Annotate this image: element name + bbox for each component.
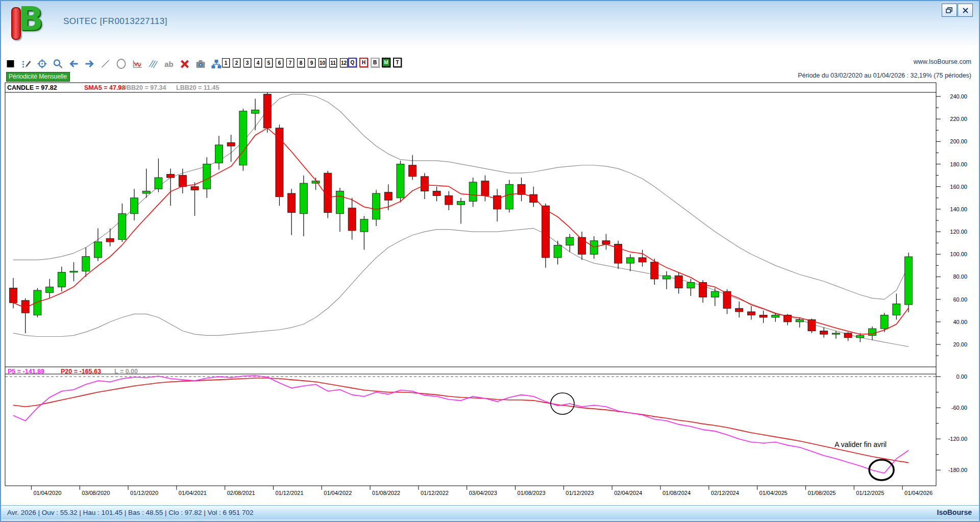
candle-body bbox=[336, 191, 344, 214]
legend-lbb20: LBB20 = 11.45 bbox=[176, 84, 219, 91]
candle-body bbox=[227, 143, 235, 146]
legend-sma5: SMA5 = 47.98 bbox=[84, 84, 125, 91]
candle-body bbox=[94, 242, 102, 258]
candle-body bbox=[578, 237, 586, 254]
candle-body bbox=[106, 238, 114, 242]
legend-ubb20: UBB20 = 97.34 bbox=[122, 84, 166, 91]
x-axis-label: 01/04/2025 bbox=[760, 490, 788, 496]
candle-body bbox=[288, 193, 296, 213]
p20-line bbox=[13, 378, 909, 463]
candle-body bbox=[844, 333, 852, 338]
candle-body bbox=[880, 315, 888, 329]
y-axis-label: 220.00 bbox=[950, 116, 967, 122]
candle-body bbox=[481, 181, 489, 196]
x-axis-label: 02/12/2024 bbox=[711, 490, 739, 496]
y-axis-label: 100.00 bbox=[950, 251, 967, 257]
candle-body bbox=[409, 165, 416, 177]
candle-body bbox=[905, 257, 913, 305]
candle-body bbox=[893, 304, 900, 315]
p5-line bbox=[13, 376, 909, 473]
candle-body bbox=[542, 206, 549, 258]
x-axis-label: 01/04/2021 bbox=[179, 490, 207, 496]
candle-body bbox=[736, 308, 743, 312]
x-axis-label: 01/08/2023 bbox=[518, 490, 546, 496]
candle-body bbox=[215, 145, 223, 163]
legend-candle: CANDLE = 97.82 bbox=[7, 84, 57, 91]
x-axis-label: 01/04/2026 bbox=[904, 490, 933, 496]
x-axis-label: 01/08/2024 bbox=[663, 490, 691, 496]
candle-body bbox=[239, 111, 247, 165]
candle-body bbox=[397, 164, 404, 198]
candle-body bbox=[820, 331, 828, 334]
candle-body bbox=[687, 282, 695, 288]
y-axis-label: 80.00 bbox=[953, 274, 967, 280]
candle-body bbox=[34, 290, 41, 315]
candle-body bbox=[155, 178, 162, 189]
candle-body bbox=[445, 195, 453, 205]
sma5-line bbox=[13, 128, 909, 334]
legend-p20: P20 = -165.63 bbox=[61, 368, 101, 375]
candle-body bbox=[179, 176, 186, 187]
y-axis-label: 180.00 bbox=[950, 161, 967, 167]
candle-body bbox=[142, 191, 150, 193]
legend-l: L = 0.00 bbox=[114, 368, 138, 375]
x-axis-label: 01/12/2023 bbox=[566, 490, 594, 496]
x-axis-label: 02/08/2021 bbox=[227, 490, 255, 496]
candle-body bbox=[590, 241, 598, 255]
candle-body bbox=[626, 258, 634, 263]
main-chart-svg: 240.00220.00200.00180.00160.00140.00120.… bbox=[1, 1, 980, 522]
brand-label: IsoBourse bbox=[937, 508, 972, 516]
x-axis-label: 01/12/2025 bbox=[856, 490, 884, 496]
candle-body bbox=[469, 182, 477, 202]
isobourse-window: B SOITEC [FR0013227113] ab 1234567891011… bbox=[0, 0, 980, 522]
x-axis-label: 01/12/2022 bbox=[421, 490, 449, 496]
candle-body bbox=[252, 110, 259, 114]
candle-body bbox=[203, 164, 211, 189]
y-axis-label: 60.00 bbox=[953, 296, 967, 303]
y-axis-label: -180.00 bbox=[948, 467, 967, 473]
candle-body bbox=[675, 276, 682, 288]
candle-body bbox=[856, 335, 864, 337]
y-axis-label: 140.00 bbox=[950, 206, 967, 212]
y-axis-label: 40.00 bbox=[953, 319, 967, 325]
candle-body bbox=[167, 174, 175, 178]
x-axis-label: 01/12/2020 bbox=[130, 490, 158, 496]
candle-body bbox=[360, 219, 368, 232]
candle-body bbox=[348, 208, 356, 231]
candle-body bbox=[566, 237, 574, 245]
candle-body bbox=[602, 241, 610, 244]
candle-body bbox=[118, 214, 126, 240]
x-axis-label: 03/04/2023 bbox=[469, 490, 497, 496]
candle-body bbox=[723, 291, 731, 308]
candle-body bbox=[312, 181, 320, 183]
candle-body bbox=[433, 191, 440, 196]
y-axis-label: 240.00 bbox=[950, 93, 967, 100]
y-axis-label: 0.00 bbox=[957, 374, 967, 380]
candle-body bbox=[70, 271, 78, 272]
lower-bollinger-band bbox=[13, 228, 909, 346]
x-axis-label: 01/08/2025 bbox=[807, 490, 836, 496]
candle-body bbox=[384, 192, 392, 200]
candle-body bbox=[421, 177, 428, 191]
candle-body bbox=[46, 287, 54, 292]
y-axis-label: 200.00 bbox=[950, 138, 967, 144]
y-axis-label: 160.00 bbox=[950, 184, 967, 190]
candle-body bbox=[131, 198, 138, 214]
candle-body bbox=[796, 319, 803, 321]
candle-body bbox=[505, 184, 513, 209]
x-axis-label: 03/08/2020 bbox=[82, 490, 110, 496]
candle-body bbox=[639, 258, 646, 262]
x-axis-label: 01/08/2022 bbox=[372, 490, 400, 496]
candle-body bbox=[300, 183, 307, 214]
candle-body bbox=[711, 291, 719, 297]
candle-body bbox=[58, 272, 65, 287]
candle-body bbox=[82, 257, 90, 271]
x-axis-label: 01/12/2021 bbox=[275, 490, 303, 496]
y-axis-label: 20.00 bbox=[953, 341, 967, 347]
candle-body bbox=[457, 201, 465, 205]
candle-body bbox=[747, 312, 755, 315]
y-axis-label: -60.00 bbox=[951, 405, 967, 411]
candle-body bbox=[832, 333, 840, 334]
chart-annotation-text: A valider fin avril bbox=[835, 440, 887, 449]
footer-strip bbox=[1, 519, 979, 522]
